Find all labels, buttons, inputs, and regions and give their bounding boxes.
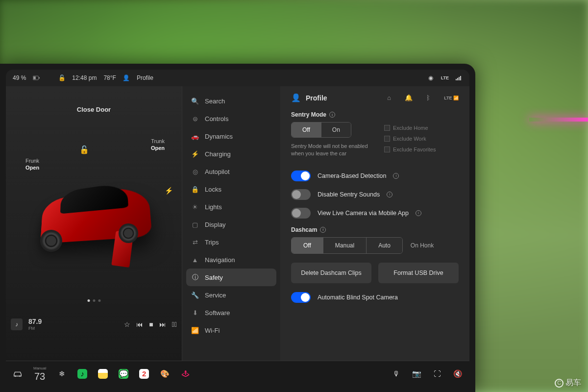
battery-icon — [33, 74, 40, 81]
locks-icon: 🔒 — [191, 185, 199, 193]
sentry-mode-label: Sentry Mode i — [291, 111, 374, 118]
sidebar-item-charging[interactable]: ⚡Charging — [182, 145, 280, 163]
sidebar-item-label: Display — [205, 221, 226, 228]
car-render[interactable] — [21, 172, 168, 265]
camera-icon[interactable]: 📷 — [412, 369, 421, 379]
unlock-icon[interactable]: 🔓 — [79, 145, 89, 154]
toybox-app-icon[interactable]: 🎨 — [160, 369, 170, 379]
info-icon[interactable]: i — [387, 192, 392, 197]
sentry-off-button[interactable]: Off — [292, 122, 321, 137]
toggle-switch[interactable] — [291, 171, 311, 181]
autopilot-icon: ◎ — [191, 168, 199, 175]
sidebar-item-autopilot[interactable]: ◎Autopilot — [182, 163, 280, 180]
info-icon[interactable]: i — [329, 112, 335, 118]
notifications-icon[interactable]: 🔔 — [405, 94, 413, 101]
calendar-app-icon[interactable]: 2 — [139, 369, 149, 379]
sentry-status-icon[interactable]: ◉ — [427, 74, 434, 81]
delete-dashcam-button[interactable]: Delete Dashcam Clips — [291, 263, 371, 283]
volume-mute-icon[interactable]: 🔇 — [453, 369, 463, 379]
voice-command-icon[interactable]: 🎙 — [391, 369, 401, 379]
svg-rect-5 — [459, 77, 460, 80]
spotify-app-icon[interactable]: ♪ — [77, 369, 87, 379]
content-header: 👤 Profile ⌂ 🔔 ᛒ LTE 📶 — [291, 93, 459, 102]
arcade-app-icon[interactable]: 🕹 — [180, 369, 190, 379]
media-player-bar: ♪ 87.9 FM ☆ ⏮ ■ ⏭ 🔊⃠ — [6, 313, 182, 336]
profile-icon[interactable]: 👤 — [123, 74, 130, 81]
sidebar-item-service[interactable]: 🔧Service — [182, 286, 280, 304]
toggle-label: Disable Sentry Sounds — [318, 191, 380, 198]
sidebar-item-label: Service — [205, 292, 226, 299]
trunk-control[interactable]: Trunk Open — [151, 138, 165, 152]
car-icon[interactable] — [13, 369, 23, 379]
navigation-icon: ▲ — [191, 256, 199, 264]
sidebar-item-label: Locks — [205, 186, 221, 193]
info-icon[interactable]: i — [416, 210, 421, 216]
trips-icon: ⇄ — [191, 238, 199, 246]
previous-track-icon[interactable]: ⏮ — [136, 320, 143, 328]
blind-spot-toggle-row: Automatic Blind Spot Camera — [291, 292, 459, 303]
battery-percent[interactable]: 49 % — [13, 74, 26, 81]
info-icon[interactable]: i — [320, 227, 326, 233]
exclude-favorites-checkbox[interactable]: Exclude Favorites — [384, 147, 436, 152]
sidebar-item-wi-fi[interactable]: 📶Wi-Fi — [182, 321, 280, 339]
stop-icon[interactable]: ■ — [149, 320, 153, 328]
homelink-icon[interactable]: ⌂ — [387, 94, 391, 101]
software-icon: ⬇ — [191, 309, 199, 317]
sentry-helper-text: Sentry Mode will not be enabled when you… — [291, 143, 374, 158]
info-icon[interactable]: i — [393, 173, 399, 179]
outside-temp[interactable]: 78°F — [103, 74, 116, 81]
sidebar-item-lights[interactable]: ☀Lights — [182, 198, 280, 216]
toggle-label: View Live Camera via Mobile App — [318, 210, 409, 217]
exclude-work-checkbox[interactable]: Exclude Work — [384, 136, 436, 142]
sidebar-item-label: Lights — [205, 203, 222, 211]
sidebar-item-label: Controls — [205, 115, 228, 122]
sidebar-item-locks[interactable]: 🔒Locks — [182, 180, 280, 198]
sidebar-item-search[interactable]: 🔍Search — [182, 92, 280, 110]
search-icon: 🔍 — [191, 97, 199, 105]
sidebar-item-dynamics[interactable]: 🚗Dynamics — [182, 127, 280, 145]
frunk-control[interactable]: Frunk Open — [25, 157, 39, 172]
toggle-switch[interactable] — [291, 189, 311, 200]
sidebar-item-safety[interactable]: ⓘSafety — [186, 269, 276, 286]
lock-open-icon[interactable]: 🔓 — [58, 74, 65, 81]
dashcam-off-button[interactable]: Off — [292, 238, 323, 253]
climate-control[interactable]: Manual 73 — [33, 367, 46, 381]
sidebar-item-label: Safety — [205, 274, 223, 281]
dashcam-on-honk-option[interactable]: On Honk — [411, 242, 434, 249]
sidebar-item-label: Charging — [205, 150, 231, 158]
toggle-switch[interactable] — [291, 208, 311, 219]
sidebar-item-label: Search — [205, 98, 225, 105]
dashcam-manual-button[interactable]: Manual — [323, 238, 366, 253]
favorite-icon[interactable]: ☆ — [124, 320, 130, 328]
notes-app-icon[interactable] — [98, 369, 108, 379]
next-track-icon[interactable]: ⏭ — [159, 320, 166, 328]
format-usb-button[interactable]: Format USB Drive — [378, 263, 459, 283]
sidebar-item-label: Navigation — [205, 256, 235, 264]
expand-icon[interactable]: ⛶ — [432, 369, 442, 379]
svg-rect-1 — [34, 76, 36, 79]
profile-icon: 👤 — [291, 93, 301, 102]
status-bar: 49 % 🔓 12:48 pm 78°F 👤 Profile ◉ LTE — [6, 70, 469, 86]
sidebar-item-display[interactable]: ▢Display — [182, 216, 280, 233]
controls-icon: ⊜ — [191, 115, 199, 122]
bluetooth-icon[interactable]: ᛒ — [426, 94, 430, 101]
infotainment-screen: 49 % 🔓 12:48 pm 78°F 👤 Profile ◉ LTE Clo… — [6, 70, 469, 386]
sidebar-item-controls[interactable]: ⊜Controls — [182, 110, 280, 127]
sidebar-item-trips[interactable]: ⇄Trips — [182, 233, 280, 251]
sidebar-item-software[interactable]: ⬇Software — [182, 304, 280, 321]
media-source-icon[interactable]: ♪ — [11, 318, 23, 330]
mute-icon[interactable]: 🔊⃠ — [172, 320, 177, 328]
exclude-home-checkbox[interactable]: Exclude Home — [384, 125, 436, 131]
messages-app-icon[interactable]: 💬 — [119, 369, 128, 379]
dashcam-mode-segmented: Off Manual Auto — [291, 237, 403, 254]
sidebar-item-navigation[interactable]: ▲Navigation — [182, 251, 280, 269]
close-door-button[interactable]: Close Door — [77, 106, 111, 113]
page-dots[interactable] — [87, 299, 100, 302]
media-frequency[interactable]: 87.9 FM — [28, 318, 42, 330]
profile-label[interactable]: Profile — [137, 74, 153, 81]
dashcam-auto-button[interactable]: Auto — [366, 238, 402, 253]
toggle-row: Disable Sentry Soundsi — [291, 189, 459, 200]
blind-spot-toggle[interactable] — [291, 292, 311, 303]
defrost-icon[interactable]: ❄ — [57, 369, 67, 379]
sentry-on-button[interactable]: On — [321, 122, 351, 137]
